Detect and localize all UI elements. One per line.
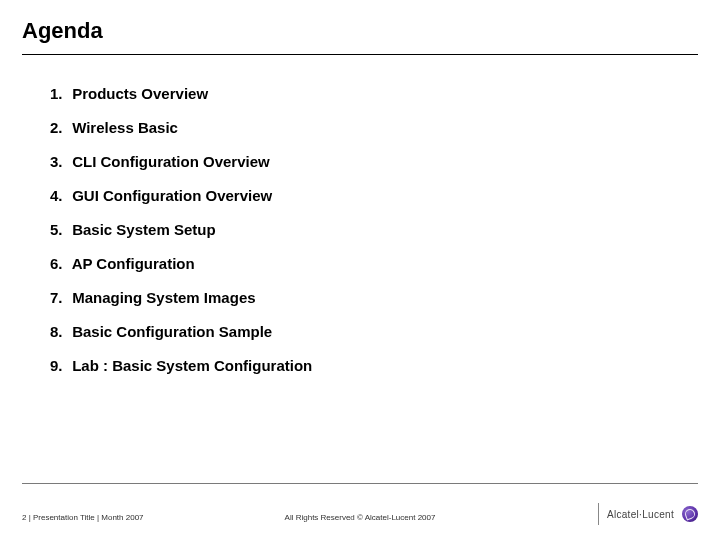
title-divider — [22, 54, 698, 55]
list-item: 6. AP Configuration — [50, 255, 720, 273]
slide-title: Agenda — [0, 0, 720, 44]
slide: Agenda 1. Products Overview 2. Wireless … — [0, 0, 720, 540]
list-item: 8. Basic Configuration Sample — [50, 323, 720, 341]
list-item-label: Lab : Basic System Configuration — [72, 357, 312, 374]
list-item: 4. GUI Configuration Overview — [50, 187, 720, 205]
footer: 2 | Presentation Title | Month 2007 All … — [0, 502, 720, 522]
list-item-label: AP Configuration — [72, 255, 195, 272]
list-item-label: Products Overview — [72, 85, 208, 102]
logo-text: Alcatel·Lucent — [607, 509, 674, 520]
list-item: 9. Lab : Basic System Configuration — [50, 357, 720, 375]
footer-logo: Alcatel·Lucent — [598, 503, 698, 525]
list-item: 3. CLI Configuration Overview — [50, 153, 720, 171]
list-item: 7. Managing System Images — [50, 289, 720, 307]
list-item: 5. Basic System Setup — [50, 221, 720, 239]
list-item-label: Managing System Images — [72, 289, 255, 306]
list-item-label: Basic Configuration Sample — [72, 323, 272, 340]
agenda-list: 1. Products Overview 2. Wireless Basic 3… — [50, 85, 720, 375]
list-item: 1. Products Overview — [50, 85, 720, 103]
list-item-label: GUI Configuration Overview — [72, 187, 272, 204]
list-item-label: Basic System Setup — [72, 221, 215, 238]
logo-icon — [682, 506, 698, 522]
footer-divider — [22, 483, 698, 484]
list-item-label: Wireless Basic — [72, 119, 178, 136]
list-item: 2. Wireless Basic — [50, 119, 720, 137]
list-item-label: CLI Configuration Overview — [72, 153, 270, 170]
logo-divider — [598, 503, 599, 525]
